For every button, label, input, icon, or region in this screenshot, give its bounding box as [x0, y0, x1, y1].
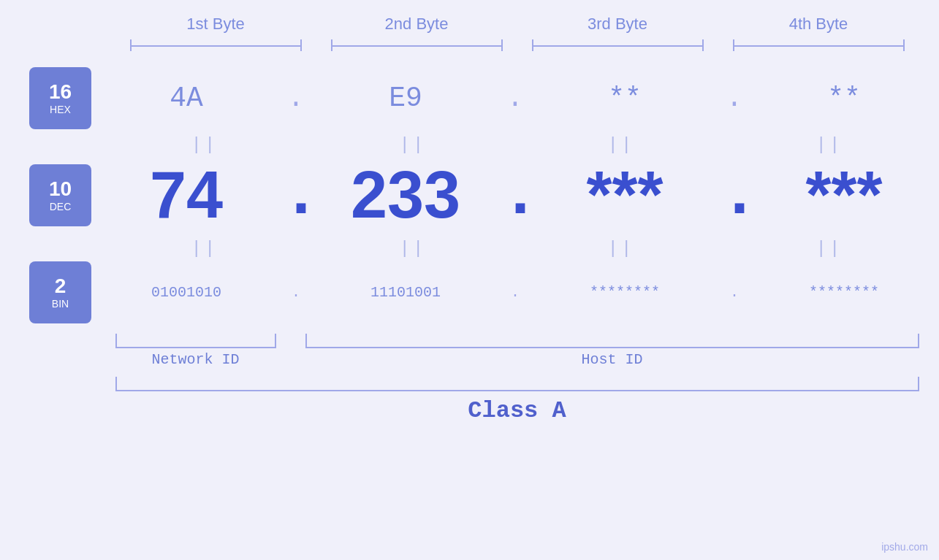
dec-byte-3: *** — [530, 158, 720, 233]
bin-byte-4: ******** — [749, 284, 939, 301]
network-id-label: Network ID — [115, 351, 276, 368]
equals-7: || — [532, 240, 711, 258]
equals-5: || — [115, 240, 294, 258]
hex-badge: 16 HEX — [29, 67, 91, 129]
equals-4: || — [740, 137, 919, 154]
bracket-4 — [718, 39, 919, 53]
dec-value-1: 74 — [150, 158, 223, 233]
bin-data-row: 2 BIN 01001010 . 11101001 . ******** . — [0, 261, 939, 323]
hex-sep-3: . — [720, 83, 749, 114]
bin-byte-1: 01001010 — [91, 284, 281, 301]
id-labels-row: Network ID Host ID — [115, 351, 919, 368]
bin-values-area: 01001010 . 11101001 . ******** . *******… — [91, 284, 939, 301]
id-bracket-row — [115, 334, 919, 348]
dec-value-4: *** — [805, 158, 882, 233]
bracket-2 — [316, 39, 517, 53]
dec-value-3: *** — [586, 158, 663, 233]
equals-8: || — [740, 240, 919, 258]
dec-byte-1: 74 — [91, 158, 281, 233]
top-bracket-row — [115, 39, 919, 53]
byte-labels-row: 1st Byte 2nd Byte 3rd Byte 4th Byte — [115, 15, 919, 34]
bracket-1 — [115, 39, 316, 53]
bin-sep-3: . — [720, 284, 749, 301]
equals-row-1: || || || || — [115, 137, 919, 154]
dec-data-row: 10 DEC 74 . 233 . *** . *** — [0, 158, 939, 233]
class-bracket — [115, 377, 919, 391]
equals-row-2: || || || || — [115, 240, 919, 258]
byte-label-3: 3rd Byte — [517, 15, 718, 34]
bin-value-1: 01001010 — [151, 284, 221, 301]
host-id-label: Host ID — [305, 351, 919, 368]
bin-byte-3: ******** — [530, 284, 720, 301]
hex-value-4: ** — [827, 83, 861, 114]
byte-label-4: 4th Byte — [718, 15, 919, 34]
equals-6: || — [324, 240, 503, 258]
bin-badge-label: BIN — [52, 298, 69, 310]
dec-badge-number: 10 — [49, 178, 72, 201]
bracket-3 — [517, 39, 718, 53]
class-label-row: Class A — [115, 397, 919, 424]
dec-sep-2: . — [501, 158, 530, 233]
dec-byte-4: *** — [749, 158, 939, 233]
hex-byte-2: E9 — [311, 83, 501, 114]
bin-value-2: 11101001 — [370, 284, 441, 301]
host-bracket — [305, 334, 919, 348]
dec-byte-2: 233 — [311, 158, 501, 233]
hex-byte-1: 4A — [91, 83, 281, 114]
bin-sep-2: . — [501, 284, 530, 301]
dec-sep-3: . — [720, 158, 749, 233]
bin-badge: 2 BIN — [29, 261, 91, 323]
hex-badge-number: 16 — [49, 81, 72, 104]
hex-badge-label: HEX — [50, 104, 71, 115]
hex-value-1: 4A — [170, 83, 203, 114]
hex-value-2: E9 — [389, 83, 422, 114]
bin-value-3: ******** — [590, 284, 660, 301]
hex-sep-1: . — [281, 83, 311, 114]
hex-byte-4: ** — [749, 83, 939, 114]
byte-label-2: 2nd Byte — [316, 15, 517, 34]
class-label: Class A — [468, 397, 566, 424]
hex-byte-3: ** — [530, 83, 720, 114]
hex-sep-2: . — [501, 83, 530, 114]
hex-value-3: ** — [608, 83, 642, 114]
dec-value-2: 233 — [351, 158, 460, 233]
hex-data-row: 16 HEX 4A . E9 . ** . ** — [0, 67, 939, 129]
hex-values-area: 4A . E9 . ** . ** — [91, 83, 939, 114]
bin-badge-number: 2 — [55, 275, 66, 298]
dec-values-area: 74 . 233 . *** . *** — [91, 158, 939, 233]
network-bracket — [115, 334, 276, 348]
bin-byte-2: 11101001 — [311, 284, 501, 301]
bin-sep-1: . — [281, 284, 311, 301]
bin-value-4: ******** — [809, 284, 879, 301]
main-container: 1st Byte 2nd Byte 3rd Byte 4th Byte 16 H… — [0, 0, 939, 560]
class-bracket-row — [115, 377, 919, 391]
equals-1: || — [115, 137, 294, 154]
dec-sep-1: . — [281, 158, 311, 233]
byte-label-1: 1st Byte — [115, 15, 316, 34]
dec-badge-label: DEC — [50, 201, 72, 212]
dec-badge: 10 DEC — [29, 164, 91, 226]
equals-3: || — [532, 137, 711, 154]
equals-2: || — [324, 137, 503, 154]
watermark: ipshu.com — [881, 541, 928, 553]
